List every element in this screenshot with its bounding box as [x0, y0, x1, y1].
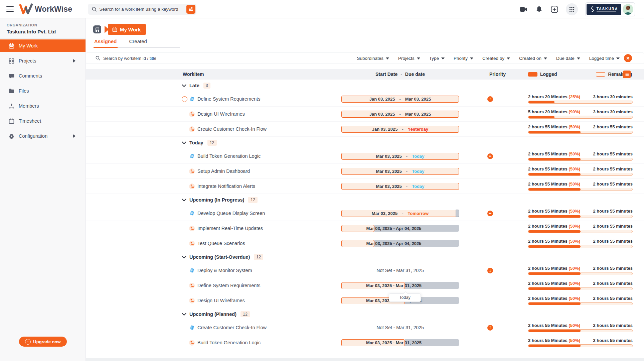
- table-row[interactable]: Integrate Notification AlertsMar 03, 202…: [86, 179, 644, 194]
- column-logged-remaining: Logged Remaining: [528, 72, 633, 77]
- video-call-icon[interactable]: [520, 5, 528, 13]
- logged-percent: (50%): [569, 182, 580, 187]
- workitem-title[interactable]: Deploy & Monitor System: [197, 268, 252, 273]
- upgrade-now-button[interactable]: ↑ Upgrade now: [19, 337, 67, 347]
- workitem-title[interactable]: Design UI Wireframes: [197, 298, 245, 303]
- workitem-title[interactable]: Define System Requirements: [197, 96, 261, 102]
- workitem-title[interactable]: Setup Admin Dashboard: [197, 168, 250, 174]
- workitem-title[interactable]: Implement Real-Time Updates: [197, 226, 263, 231]
- date-range-pill[interactable]: Jan 03, 2025-Mar 03, 2025: [341, 96, 459, 103]
- workitem-title[interactable]: Develop Queue Display Screen: [197, 211, 265, 216]
- date-gantt-bar[interactable]: Mar 03, 2025 - Mar 31, 2025: [341, 339, 459, 346]
- workitem-title[interactable]: Test Queue Scenarios: [197, 241, 245, 246]
- date-range-pill[interactable]: Jan 03, 2025-Mar 03, 2025: [341, 111, 459, 118]
- global-search-input[interactable]: [99, 7, 196, 12]
- date-range-pill[interactable]: Mar 03, 2025-Today: [341, 153, 459, 160]
- sidebar-item-projects[interactable]: Projects: [0, 54, 86, 67]
- group-header-today[interactable]: Today12: [86, 137, 644, 149]
- date-gantt-bar[interactable]: Mar 03, 2025 - Mar 31, 2025: [341, 282, 459, 289]
- filter-priority[interactable]: Priority: [454, 56, 473, 61]
- filter-due-date[interactable]: Due date: [556, 56, 580, 61]
- date-range-pill[interactable]: Mar 03, 2025-Today: [341, 183, 459, 190]
- sidebar-item-timesheet[interactable]: Timesheet: [0, 115, 86, 127]
- search-filter-button[interactable]: [186, 5, 195, 14]
- workspace-switcher[interactable]: TASKURA: [585, 2, 635, 16]
- app-header: WorkWise TASKURA: [0, 0, 644, 18]
- notifications-bell-icon[interactable]: [535, 5, 543, 13]
- priority-high-icon[interactable]: ↑: [487, 325, 493, 331]
- add-new-icon[interactable]: [550, 5, 558, 13]
- tab-assigned[interactable]: Assigned: [94, 37, 118, 48]
- table-row[interactable]: Setup Admin DashboardMar 03, 2025-Today2…: [86, 164, 644, 179]
- priority-medium-icon[interactable]: ↔: [487, 211, 493, 216]
- logged-hours: 2 hours 55 Minutes: [528, 224, 569, 229]
- collapse-toggle[interactable]: –: [182, 96, 189, 102]
- start-date: Mar 03, 2025: [376, 154, 401, 159]
- time-progress-cell: 2 hours 55 Minutes (50%)2 hours 55 minut…: [528, 281, 633, 290]
- sidebar-item-files[interactable]: Files: [0, 85, 86, 97]
- logged-hours: 2 hours 55 Minutes: [528, 266, 569, 271]
- apps-grid-icon[interactable]: [566, 3, 578, 15]
- filter-type[interactable]: Type: [429, 56, 445, 61]
- table-row[interactable]: Test Queue ScenariosMar 03, 2025 - Apr 0…: [86, 236, 644, 251]
- user-avatar[interactable]: [623, 4, 633, 15]
- filter-logged-time[interactable]: Logged time: [589, 56, 620, 61]
- priority-medium-icon[interactable]: ↔: [487, 153, 493, 159]
- table-row[interactable]: Define System RequirementsMar 03, 2025 -…: [86, 278, 644, 293]
- date-range-pill[interactable]: Jan 03, 2025-Yesterday: [341, 126, 459, 133]
- customize-columns-button[interactable]: [623, 71, 631, 78]
- priority-low-icon[interactable]: ↓: [487, 268, 493, 273]
- table-row[interactable]: Build Token Generation LogicMar 03, 2025…: [86, 149, 644, 164]
- table-row[interactable]: Design UI WireframesJan 03, 2025-Mar 03,…: [86, 107, 644, 122]
- filter-created-by[interactable]: Created by: [482, 56, 510, 61]
- workitem-title[interactable]: Integrate Notification Alerts: [197, 184, 255, 189]
- table-row[interactable]: Create Customer Check-In FlowNot Set - M…: [86, 320, 644, 335]
- priority-urgent-icon[interactable]: !: [487, 96, 493, 102]
- remaining-time: 2 hours 55 minutes: [593, 239, 633, 244]
- hamburger-menu-icon[interactable]: [6, 5, 14, 13]
- date-range-pill[interactable]: Mar 03, 2025-Tomorrow: [341, 210, 459, 217]
- table-row[interactable]: Build Token Generation LogicMar 03, 2025…: [86, 335, 644, 350]
- table-row[interactable]: Implement Real-Time UpdatesMar 03, 2025 …: [86, 221, 644, 236]
- workitem-title[interactable]: Create Customer Check-In Flow: [197, 126, 267, 132]
- filter-projects[interactable]: Projects: [398, 56, 420, 61]
- group-header-late[interactable]: Late3: [86, 80, 644, 92]
- workitem-title[interactable]: Build Token Generation Logic: [197, 153, 261, 159]
- workitem-title[interactable]: Create Customer Check-In Flow: [197, 325, 267, 330]
- project-name: WorkWise: [633, 153, 644, 159]
- progress-fill: [528, 287, 581, 290]
- workitem-title[interactable]: Design UI Wireframes: [197, 111, 245, 117]
- sidebar-item-comments[interactable]: Comments: [0, 70, 86, 82]
- tab-created[interactable]: Created: [129, 37, 148, 47]
- table-row[interactable]: –Define System RequirementsJan 03, 2025-…: [86, 92, 644, 107]
- collapse-minus-icon[interactable]: –: [182, 96, 187, 102]
- workitem-title[interactable]: Define System Requirements: [197, 283, 261, 288]
- filter-subordinates[interactable]: Subordinates: [357, 56, 389, 61]
- workitem-search-input[interactable]: [103, 56, 244, 61]
- table-row[interactable]: Design UI WireframesMar 03, 2025 - Mar 3…: [86, 293, 644, 308]
- logged-time: 2 hours 55 Minutes (50%): [528, 166, 580, 171]
- group-header-upcoming-in-progress-[interactable]: Upcoming (In Progress)12: [86, 194, 644, 206]
- logged-time: 2 hours 55 Minutes (50%): [528, 266, 580, 271]
- table-row[interactable]: Develop Queue Display ScreenMar 03, 2025…: [86, 206, 644, 221]
- group-header-upcoming-planned-[interactable]: Upcoming (Planned)12: [86, 308, 644, 320]
- date-gantt-bar[interactable]: Mar 03, 2025 - Apr 04, 2025: [341, 225, 459, 232]
- table-row[interactable]: Deploy & Monitor SystemNot Set - Mar 31,…: [86, 263, 644, 278]
- date-gantt-bar[interactable]: Mar 03, 2025 - Apr 04, 2025: [341, 240, 459, 247]
- chevron-right-icon: [73, 59, 75, 63]
- sidebar-item-members[interactable]: Members: [0, 100, 86, 112]
- date-range-text: Mar 03, 2025 - Apr 04, 2025: [341, 225, 459, 232]
- workitem-title[interactable]: Build Token Generation Logic: [197, 340, 261, 345]
- group-header-upcoming-start-overdue-[interactable]: Upcoming (Start-Overdue)12: [86, 251, 644, 263]
- date-cell: Mar 03, 2025-Today: [341, 183, 459, 190]
- sidebar-item-configuration[interactable]: Configuration: [0, 130, 86, 142]
- date-range-pill[interactable]: Mar 03, 2025-Today: [341, 168, 459, 175]
- horizontal-scrollbar[interactable]: [86, 358, 644, 361]
- my-work-breadcrumb-tag[interactable]: My Work: [108, 24, 146, 35]
- clear-filters-button[interactable]: ✕: [624, 54, 632, 62]
- organization-building-icon[interactable]: [93, 25, 101, 33]
- sidebar-item-label: My Work: [19, 43, 38, 48]
- table-row[interactable]: Create Customer Check-In FlowJan 03, 202…: [86, 122, 644, 137]
- sidebar-item-my-work[interactable]: My Work: [0, 39, 86, 52]
- filter-created-on[interactable]: Created on: [519, 56, 547, 61]
